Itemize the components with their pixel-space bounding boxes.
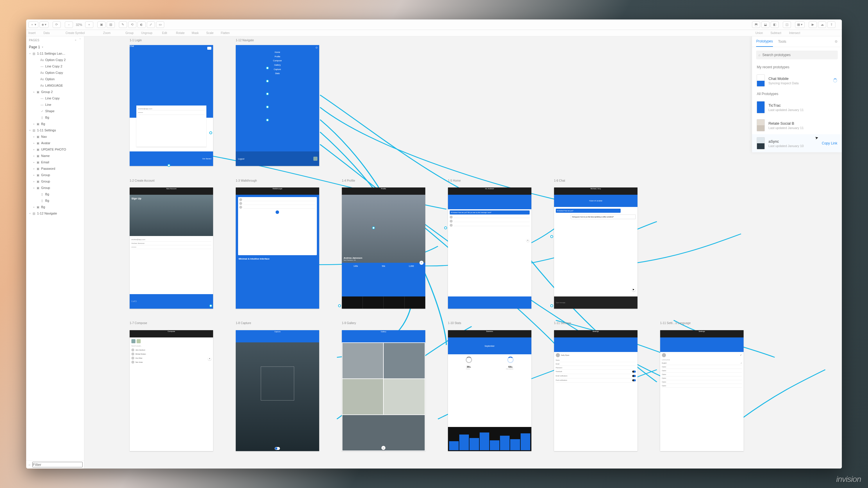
- search-box[interactable]: ⌕: [756, 51, 838, 59]
- subtract-button[interactable]: ⬓: [761, 22, 770, 28]
- prototype-item[interactable]: aSync Last updated January 10 Copy Link: [752, 134, 842, 152]
- hotspot-node[interactable]: [209, 131, 212, 134]
- layer-row[interactable]: ▾▧1-12 Navigate: [26, 210, 84, 217]
- cloud-button[interactable]: ☁: [818, 22, 826, 28]
- login-title: Chat: [130, 45, 213, 47]
- add-page-icon[interactable]: ＋: [74, 38, 77, 42]
- artboard-chat[interactable]: Michael, Amy TODAY AT 10:30AM Hi Andrew!…: [554, 187, 638, 308]
- layer-row[interactable]: ▸▣Bg: [26, 204, 84, 210]
- group-button[interactable]: ▣: [97, 22, 105, 28]
- artboard-label: 1-8 Capture: [236, 322, 251, 325]
- scale-button[interactable]: ⤢: [147, 22, 155, 28]
- artboard-capture[interactable]: Capture: [236, 330, 319, 451]
- canvas[interactable]: 1-1 Login Chat andrew@app.com •••••••• G…: [84, 36, 842, 468]
- flatten-button[interactable]: ▭: [156, 22, 164, 28]
- invision-watermark: invision: [836, 475, 861, 484]
- artboard-profile[interactable]: Profile Andrea Jameson San Francisco, CA…: [342, 187, 425, 308]
- profile-name: Andrea Jameson: [344, 257, 362, 259]
- layer-row[interactable]: ▸▣Nav: [26, 133, 84, 140]
- hotspot-node[interactable]: [550, 235, 553, 238]
- layer-row[interactable]: ▸▣Group: [26, 185, 84, 191]
- hotspot-node[interactable]: [209, 304, 212, 307]
- layer-row[interactable]: ✓Shape: [26, 108, 84, 114]
- data-button[interactable]: ◈ ▾: [39, 22, 49, 28]
- layer-row[interactable]: —Line Copy: [26, 95, 84, 101]
- layer-row[interactable]: ▾▧1-11 Settings Lan…: [26, 50, 84, 57]
- prototype-name: Relate Social B: [768, 121, 837, 126]
- layer-row[interactable]: ▸▣Group: [26, 178, 84, 185]
- hotspot-node[interactable]: [266, 119, 269, 121]
- layer-row[interactable]: —Line Copy 2: [26, 63, 84, 69]
- prototype-sub: Syncing Inspect Data: [768, 81, 830, 85]
- create-symbol-button[interactable]: ⟳: [53, 22, 61, 28]
- artboard-compose[interactable]: Compose Search people... ＋ Jane Jacobson…: [130, 330, 213, 451]
- artboard-navigate[interactable]: HomeProfileComposeGalleryCaptureStats Lo…: [236, 45, 319, 166]
- rotate-label: Rotate: [176, 31, 188, 35]
- layer-row[interactable]: AaOption: [26, 76, 84, 82]
- export-button[interactable]: ⇪: [827, 22, 835, 28]
- ungroup-button[interactable]: ▨: [107, 22, 115, 28]
- artboard-walkthrough[interactable]: Walkthrough Minimal & Intuitive Interfac…: [236, 187, 319, 308]
- layer-row[interactable]: ▯Bg: [26, 114, 84, 121]
- artboard-label: 1-1 Login: [130, 39, 142, 42]
- insert-button[interactable]: ＋ ▾: [29, 22, 38, 28]
- mirror-button[interactable]: ◫: [783, 22, 791, 28]
- intersect-button[interactable]: ◧: [771, 22, 779, 28]
- layer-row[interactable]: ▸▣UPDATE PHOTO: [26, 146, 84, 153]
- filter-input[interactable]: [32, 462, 83, 467]
- rotate-button[interactable]: ⟲: [128, 22, 136, 28]
- edit-button[interactable]: ✎: [119, 22, 127, 28]
- prototype-item-recent[interactable]: Chat Mobile Syncing Inspect Data: [752, 71, 842, 90]
- union-button[interactable]: ⬒: [752, 22, 760, 28]
- artboard-login[interactable]: Chat andrew@app.com •••••••• Get Started: [130, 45, 213, 166]
- create-title: Sign Up: [131, 197, 141, 200]
- zoom-in-button[interactable]: ＋: [85, 22, 93, 28]
- prototype-name: Chat Mobile: [768, 77, 830, 81]
- layer-tree[interactable]: ▾▧1-11 Settings Lan…AaOption Copy 2—Line…: [26, 50, 84, 460]
- preview-button[interactable]: ▶: [809, 22, 817, 28]
- layer-row[interactable]: ▯Bg: [26, 197, 84, 204]
- hotspot-node[interactable]: [266, 80, 269, 83]
- layer-row[interactable]: ▸▣Group 2: [26, 89, 84, 95]
- layer-row[interactable]: ▸▣Password: [26, 165, 84, 172]
- layer-row[interactable]: AaOption Copy: [26, 69, 84, 76]
- hotspot-node[interactable]: [338, 304, 341, 307]
- hotspot-node[interactable]: [444, 226, 447, 229]
- hotspot-node[interactable]: [167, 164, 170, 167]
- tab-tools[interactable]: Tools: [778, 39, 786, 47]
- artboard-stats[interactable]: Statistics September 36% 64% POSTSFOLLOW…: [448, 330, 531, 451]
- page-entry[interactable]: Page 1 ▾: [26, 44, 84, 50]
- layer-row[interactable]: AaOption Copy 2: [26, 57, 84, 63]
- mask-button[interactable]: ◐: [137, 22, 146, 28]
- search-input[interactable]: [762, 53, 835, 57]
- layer-row[interactable]: ▸▣Group: [26, 172, 84, 178]
- edit-label: Edit: [162, 31, 172, 35]
- tab-prototypes[interactable]: Prototypes: [756, 39, 773, 47]
- collapse-pages-icon[interactable]: ˅: [80, 38, 81, 42]
- layer-row[interactable]: ▸▣Bg: [26, 121, 84, 127]
- layer-row[interactable]: ▸▣Avatar: [26, 140, 84, 146]
- zoom-out-button[interactable]: −: [65, 22, 73, 28]
- artboard-settings-language[interactable]: Settings ✓ LANGUAGE English✓OptionOption…: [660, 330, 744, 451]
- prototype-item[interactable]: Relate Social B Last updated January 11: [752, 116, 842, 134]
- artboard-home[interactable]: Hi, Andrew! Hi Andrew! How are you? Did …: [448, 187, 531, 308]
- left-sidebar: PAGES ＋ ˅ Page 1 ▾ ▾▧1-11 Settings Lan…A…: [26, 36, 84, 468]
- prototype-item[interactable]: TicTrac Last updated January 11: [752, 98, 842, 116]
- view-button[interactable]: ▦ ▾: [795, 22, 805, 28]
- artboard-gallery[interactable]: Gallery −: [342, 330, 425, 451]
- layer-row[interactable]: ▸▣Name: [26, 153, 84, 159]
- layer-row[interactable]: ▯Bg: [26, 191, 84, 197]
- union-label: Union: [755, 31, 766, 35]
- artboard-create[interactable]: New Account Sign Up andrea@app.com Andre…: [130, 187, 213, 308]
- layer-row[interactable]: ▾▧1-11 Settings: [26, 127, 84, 133]
- group-label: Group: [126, 31, 137, 35]
- gear-icon[interactable]: ⚙: [835, 39, 838, 47]
- layer-row[interactable]: ▸▣Email: [26, 159, 84, 165]
- layer-row[interactable]: AaLANGUAGE: [26, 82, 84, 89]
- artboard-settings[interactable]: Settings Kelly Ryan NameEmailPasswordFac…: [554, 330, 638, 451]
- hotspot-node[interactable]: [550, 304, 553, 307]
- artboard-label: 1-5 Home: [448, 179, 461, 182]
- copy-link-button[interactable]: Copy Link: [822, 141, 837, 145]
- layer-row[interactable]: —Line: [26, 101, 84, 108]
- artboard-label: 1-9 Gallery: [342, 322, 356, 325]
